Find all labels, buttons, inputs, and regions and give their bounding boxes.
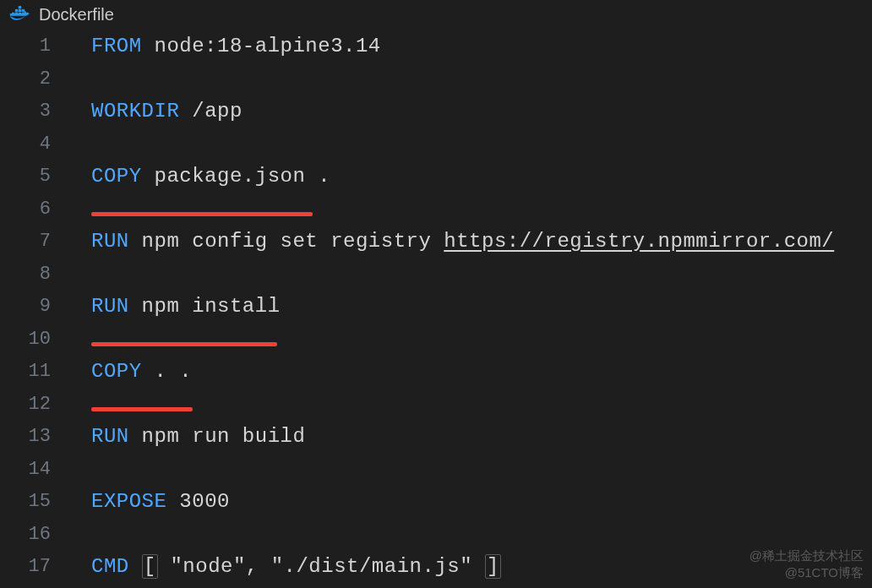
svg-rect-5	[19, 9, 21, 12]
line-number: 14	[0, 454, 74, 487]
watermark-line-1: @稀土掘金技术社区	[749, 548, 864, 564]
line-number: 9	[0, 291, 74, 324]
code-line[interactable]: 15EXPOSE 3000	[0, 486, 872, 519]
code-line[interactable]: 5COPY package.json .	[0, 161, 872, 193]
annotation-underline	[91, 342, 277, 346]
line-number: 17	[0, 551, 74, 584]
line-number: 11	[0, 356, 74, 389]
code-content[interactable]: FROM node:18-alpine3.14	[74, 30, 872, 63]
tab-filename: Dockerfile	[39, 5, 114, 24]
code-line[interactable]: 4	[0, 128, 872, 161]
line-number: 13	[0, 421, 74, 454]
line-number: 10	[0, 324, 74, 357]
code-line[interactable]: 7RUN npm config set registry https://reg…	[0, 226, 872, 259]
docker-icon	[8, 6, 32, 23]
code-line[interactable]: 17CMD [ "node", "./dist/main.js" ]	[0, 551, 872, 584]
code-line[interactable]: 2	[0, 63, 872, 96]
line-number: 4	[0, 128, 74, 161]
line-number: 6	[0, 193, 74, 226]
code-editor[interactable]: 1FROM node:18-alpine3.1423WORKDIR /app45…	[0, 27, 872, 584]
code-line[interactable]: 10	[0, 324, 872, 357]
svg-rect-4	[15, 9, 18, 12]
line-number: 7	[0, 226, 74, 259]
svg-rect-6	[22, 9, 25, 12]
editor-tab[interactable]: Dockerfile	[0, 0, 872, 27]
line-number: 2	[0, 63, 74, 96]
line-number: 5	[0, 161, 74, 193]
line-number: 8	[0, 259, 74, 291]
annotation-underline	[91, 407, 193, 411]
code-content[interactable]: WORKDIR /app	[74, 95, 872, 128]
line-number: 16	[0, 519, 74, 552]
code-content[interactable]: RUN npm run build	[74, 421, 872, 454]
watermark-line-2: @51CTO博客	[785, 565, 864, 581]
line-number: 1	[0, 30, 74, 63]
code-content[interactable]: RUN npm config set registry https://regi…	[74, 226, 872, 259]
line-number: 15	[0, 486, 74, 519]
code-line[interactable]: 6	[0, 193, 872, 226]
line-number: 3	[0, 95, 74, 128]
code-line[interactable]: 1FROM node:18-alpine3.14	[0, 30, 872, 63]
code-line[interactable]: 9RUN npm install	[0, 291, 872, 324]
code-line[interactable]: 16	[0, 519, 872, 552]
svg-rect-7	[19, 6, 21, 8]
line-number: 12	[0, 389, 74, 422]
code-line[interactable]: 11COPY . .	[0, 356, 872, 389]
code-line[interactable]: 8	[0, 259, 872, 291]
code-content[interactable]: COPY . .	[74, 356, 872, 389]
annotation-underline	[91, 212, 313, 216]
code-line[interactable]: 13RUN npm run build	[0, 421, 872, 454]
code-content[interactable]: EXPOSE 3000	[74, 486, 872, 519]
code-content[interactable]: RUN npm install	[74, 291, 872, 324]
url: https://registry.npmmirror.com/	[444, 230, 834, 253]
code-line[interactable]: 14	[0, 454, 872, 487]
code-line[interactable]: 12	[0, 389, 872, 422]
code-content[interactable]: COPY package.json .	[74, 161, 872, 193]
code-line[interactable]: 3WORKDIR /app	[0, 95, 872, 128]
